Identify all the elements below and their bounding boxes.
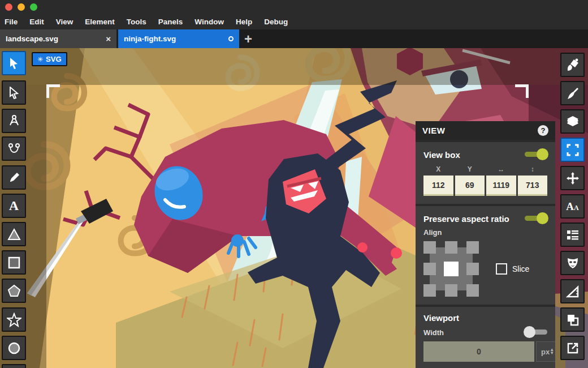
export-icon (566, 341, 580, 355)
viewbox-y-input[interactable] (455, 176, 485, 196)
brush-icon (566, 87, 580, 100)
viewbox-corner-handle-topleft[interactable] (46, 84, 60, 98)
asterisk-icon: ✳ (37, 55, 43, 63)
typography-icon: AA (566, 200, 578, 213)
new-tab-button[interactable]: + (239, 29, 257, 48)
menu-help[interactable]: Help (236, 18, 252, 26)
tool-compass-path[interactable] (2, 109, 26, 133)
preserve-aspect-ratio-toggle[interactable] (525, 212, 547, 225)
tool-select[interactable] (2, 51, 26, 75)
layers-icon (566, 115, 580, 129)
tool-star[interactable] (2, 307, 26, 332)
tool-brush[interactable] (560, 81, 585, 105)
tab-label: ninja-fight.svg (124, 35, 176, 43)
tool-ellipse[interactable] (2, 336, 26, 360)
view-box-toggle[interactable] (525, 148, 547, 161)
align-bottom-right[interactable] (466, 284, 479, 297)
compass-icon (7, 114, 21, 128)
tool-pentagon[interactable] (2, 279, 26, 303)
menu-debug[interactable]: Debug (264, 18, 288, 26)
tool-node-editor[interactable] (2, 136, 26, 161)
tool-fill-stroke[interactable] (560, 53, 585, 77)
menu-panels[interactable]: Panels (158, 18, 183, 26)
svg-root-badge[interactable]: ✳ SVG (32, 52, 67, 66)
unsaved-dot-icon (228, 36, 234, 41)
tool-transform-select[interactable] (2, 80, 26, 105)
tool-text[interactable]: A (2, 194, 26, 218)
spinner-arrows-icon[interactable]: ▲▼ (550, 348, 554, 355)
svg-badge-label: SVG (46, 55, 61, 63)
tool-pencil[interactable] (2, 165, 26, 190)
tool-view-box[interactable] (560, 138, 585, 162)
overlap-squares-icon (566, 313, 580, 327)
field-label-y: Y (455, 165, 485, 173)
viewbox-x-input[interactable] (423, 176, 453, 196)
close-window-button[interactable] (5, 3, 12, 11)
menu-view[interactable]: View (56, 18, 74, 26)
pencil-icon (8, 172, 20, 184)
rectangle-icon (7, 256, 21, 269)
star-icon (7, 313, 21, 327)
move-arrows-icon (566, 172, 580, 185)
menu-element[interactable]: Element (85, 18, 115, 26)
view-panel-header: VIEW ? (416, 121, 555, 140)
tool-combine[interactable] (560, 307, 585, 332)
tool-clipped[interactable] (2, 364, 26, 368)
align-label: Align (423, 228, 547, 237)
view-box-label: View box (423, 150, 460, 160)
viewbox-height-input[interactable] (518, 176, 548, 196)
circle-icon (7, 341, 21, 355)
align-middle-left[interactable] (423, 263, 436, 275)
nodes-curve-icon (7, 142, 21, 156)
menu-file[interactable]: File (5, 18, 18, 26)
mask-icon (566, 256, 580, 270)
menu-window[interactable]: Window (194, 18, 224, 26)
menu-edit[interactable]: Edit (29, 18, 44, 26)
menu-tools[interactable]: Tools (127, 18, 146, 26)
workspace: ✳ SVG A (0, 48, 588, 368)
tab-landscape[interactable]: landscape.svg × (0, 29, 116, 48)
tool-layers[interactable] (560, 109, 585, 134)
align-grid (423, 241, 479, 297)
minimize-window-button[interactable] (18, 3, 25, 11)
tab-label: landscape.svg (6, 35, 58, 43)
tool-mask[interactable] (560, 251, 585, 275)
triangle-icon (7, 228, 21, 241)
viewbox-width-input[interactable] (486, 176, 516, 196)
align-top-left[interactable] (423, 241, 436, 254)
preserve-aspect-ratio-section: Preserve aspect ratio Align (416, 206, 555, 305)
menubar: File Edit View Element Tools Panels Wind… (0, 14, 588, 29)
align-center-selected[interactable] (444, 262, 459, 276)
align-bottom-center[interactable] (445, 284, 457, 297)
tool-typography[interactable]: AA (560, 194, 585, 219)
titlebar (0, 0, 588, 14)
tool-rectangle[interactable] (2, 250, 26, 275)
tabbar: landscape.svg × ninja-fight.svg + (0, 29, 588, 48)
cursor-arrow-icon (8, 57, 20, 70)
align-bottom-left[interactable] (423, 284, 436, 297)
tool-move[interactable] (560, 166, 585, 190)
tab-close-icon[interactable]: × (106, 34, 111, 44)
tool-measure[interactable] (560, 279, 585, 303)
zoom-window-button[interactable] (30, 3, 37, 11)
viewbox-corner-handle-topright[interactable] (515, 84, 529, 98)
help-button[interactable]: ? (538, 125, 548, 136)
preserve-aspect-ratio-label: Preserve aspect ratio (423, 214, 509, 224)
align-top-center[interactable] (445, 241, 457, 254)
viewport-width-toggle[interactable] (525, 326, 547, 339)
align-middle-right[interactable] (466, 263, 479, 275)
slice-checkbox[interactable] (496, 263, 507, 275)
tool-triangle[interactable] (2, 222, 26, 246)
text-tool-icon: A (9, 198, 19, 213)
view-box-section: View box X Y ↔ ↕ (416, 142, 555, 204)
unit-select[interactable]: px ▲▼ (536, 341, 555, 362)
viewbox-brackets-icon (567, 144, 579, 156)
align-top-right[interactable] (466, 241, 479, 254)
tab-ninja-fight[interactable]: ninja-fight.svg (118, 29, 239, 48)
field-label-x: X (423, 165, 453, 173)
set-square-icon (566, 285, 580, 298)
field-label-width-arrow: ↔ (486, 165, 516, 173)
tool-properties-list[interactable] (560, 222, 585, 247)
viewport-width-input[interactable] (423, 341, 534, 362)
tool-export[interactable] (560, 336, 585, 360)
